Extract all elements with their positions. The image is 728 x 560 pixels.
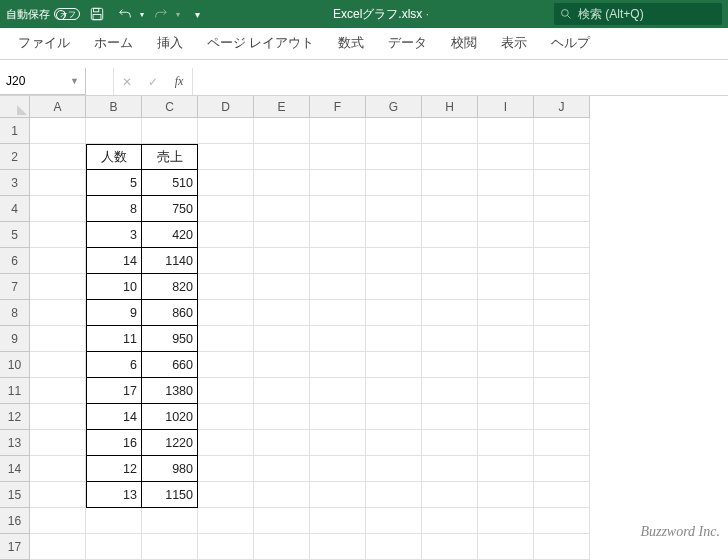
formula-input[interactable] — [193, 68, 728, 95]
cell[interactable] — [534, 378, 590, 404]
row-header[interactable]: 6 — [0, 248, 30, 274]
cell[interactable] — [422, 352, 478, 378]
cell[interactable] — [254, 118, 310, 144]
cell[interactable] — [422, 326, 478, 352]
cell[interactable] — [366, 196, 422, 222]
tab-pagelayout[interactable]: ページ レイアウト — [195, 29, 326, 58]
cell[interactable]: 1020 — [142, 404, 198, 430]
tab-insert[interactable]: 挿入 — [145, 29, 195, 58]
cell[interactable] — [534, 352, 590, 378]
cell[interactable] — [254, 534, 310, 560]
cell[interactable] — [198, 482, 254, 508]
row-header[interactable]: 7 — [0, 274, 30, 300]
column-header[interactable]: I — [478, 96, 534, 118]
cell[interactable] — [366, 352, 422, 378]
cell[interactable] — [478, 508, 534, 534]
cell[interactable] — [310, 326, 366, 352]
cell[interactable] — [310, 222, 366, 248]
cell[interactable] — [254, 508, 310, 534]
cell[interactable] — [30, 196, 86, 222]
cell[interactable] — [254, 144, 310, 170]
cell[interactable] — [366, 404, 422, 430]
cell[interactable] — [478, 248, 534, 274]
cell[interactable] — [310, 430, 366, 456]
cell[interactable] — [198, 352, 254, 378]
cell[interactable] — [422, 378, 478, 404]
cell[interactable] — [254, 196, 310, 222]
row-header[interactable]: 11 — [0, 378, 30, 404]
cell[interactable] — [198, 118, 254, 144]
cell[interactable] — [30, 352, 86, 378]
cell[interactable]: 1140 — [142, 248, 198, 274]
cell[interactable] — [478, 222, 534, 248]
row-header[interactable]: 4 — [0, 196, 30, 222]
cell[interactable] — [534, 170, 590, 196]
cell[interactable]: 売上 — [142, 144, 198, 170]
cell[interactable]: 人数 — [86, 144, 142, 170]
column-header[interactable]: E — [254, 96, 310, 118]
cell[interactable] — [534, 196, 590, 222]
autosave-toggle[interactable]: 自動保存 オフ — [6, 7, 80, 22]
cell[interactable] — [366, 222, 422, 248]
cell[interactable] — [30, 170, 86, 196]
select-all-corner[interactable] — [0, 96, 30, 118]
cell[interactable] — [534, 248, 590, 274]
cell[interactable] — [534, 144, 590, 170]
cell[interactable] — [366, 534, 422, 560]
cell[interactable]: 13 — [86, 482, 142, 508]
cell[interactable] — [254, 456, 310, 482]
cell[interactable]: 750 — [142, 196, 198, 222]
cell[interactable] — [478, 534, 534, 560]
cell[interactable] — [478, 404, 534, 430]
cell[interactable] — [198, 404, 254, 430]
cell[interactable] — [534, 118, 590, 144]
cell[interactable]: 10 — [86, 274, 142, 300]
cell[interactable] — [86, 508, 142, 534]
cell[interactable]: 14 — [86, 248, 142, 274]
cell[interactable]: 1150 — [142, 482, 198, 508]
cell[interactable] — [478, 170, 534, 196]
cell[interactable] — [142, 534, 198, 560]
column-header[interactable]: G — [366, 96, 422, 118]
cell[interactable] — [310, 378, 366, 404]
column-header[interactable]: A — [30, 96, 86, 118]
cell[interactable] — [310, 456, 366, 482]
cell[interactable] — [310, 534, 366, 560]
cell[interactable] — [310, 404, 366, 430]
cell[interactable] — [254, 248, 310, 274]
cell[interactable] — [198, 378, 254, 404]
row-header[interactable]: 5 — [0, 222, 30, 248]
cell[interactable] — [534, 508, 590, 534]
cell[interactable] — [30, 118, 86, 144]
cell[interactable] — [422, 248, 478, 274]
cell[interactable] — [478, 456, 534, 482]
row-header[interactable]: 9 — [0, 326, 30, 352]
tab-view[interactable]: 表示 — [489, 29, 539, 58]
cell[interactable]: 12 — [86, 456, 142, 482]
cell[interactable] — [478, 326, 534, 352]
cell[interactable] — [422, 170, 478, 196]
cell[interactable] — [254, 378, 310, 404]
cell[interactable] — [310, 508, 366, 534]
cell[interactable] — [366, 326, 422, 352]
cell[interactable]: 1380 — [142, 378, 198, 404]
cell[interactable] — [422, 508, 478, 534]
cell[interactable] — [366, 170, 422, 196]
cell[interactable]: 6 — [86, 352, 142, 378]
cell[interactable] — [30, 534, 86, 560]
cell[interactable]: 820 — [142, 274, 198, 300]
cell[interactable] — [366, 508, 422, 534]
cell[interactable] — [534, 482, 590, 508]
cell[interactable]: 5 — [86, 170, 142, 196]
cell[interactable] — [478, 482, 534, 508]
cell[interactable] — [254, 326, 310, 352]
cell[interactable] — [422, 456, 478, 482]
cell[interactable]: 860 — [142, 300, 198, 326]
cell[interactable] — [366, 248, 422, 274]
redo-icon[interactable] — [150, 3, 172, 25]
cell[interactable] — [366, 274, 422, 300]
cell[interactable] — [198, 170, 254, 196]
cell[interactable] — [310, 118, 366, 144]
cell[interactable] — [30, 144, 86, 170]
cell[interactable] — [310, 196, 366, 222]
